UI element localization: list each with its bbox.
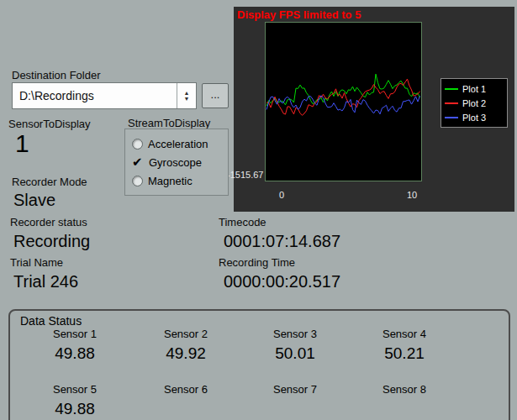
sensor-label: Sensor 6: [123, 383, 249, 396]
radio-label: Gyroscope: [149, 156, 202, 169]
destination-folder-value[interactable]: D:\Recordings: [13, 89, 177, 102]
recorder-mode-value: Slave: [13, 191, 55, 210]
y-axis-min-label: -1515.67: [227, 170, 262, 180]
radio-option-acceleration[interactable]: Acceleration: [132, 134, 228, 153]
sensor-cell: Sensor 8: [341, 383, 467, 400]
stream-to-display-label: StreamToDisplay: [128, 117, 210, 129]
plot1-line-icon: [445, 88, 458, 90]
data-status-group: Data Status Sensor 1 49.88 Sensor 2 49.9…: [8, 309, 510, 420]
recording-time-label: Recording Time: [219, 256, 295, 269]
sensor-cell: Sensor 4 50.21: [341, 328, 467, 363]
destination-folder-input[interactable]: D:\Recordings ▲▼: [12, 82, 197, 109]
legend-item[interactable]: Plot 2: [445, 96, 504, 110]
trial-name-label: Trial Name: [10, 256, 63, 269]
sensor-label: Sensor 5: [12, 383, 138, 396]
radio-icon[interactable]: [132, 176, 143, 186]
radio-checked-icon[interactable]: ✔: [132, 156, 144, 168]
sensor-label: Sensor 3: [232, 328, 358, 340]
trial-name-value: Trial 246: [13, 272, 78, 291]
legend-label: Plot 1: [462, 84, 486, 94]
recorder-status-label: Recorder status: [10, 216, 87, 228]
radio-option-magnetic[interactable]: Magnetic: [132, 171, 228, 190]
sensor-label: Sensor 8: [341, 383, 467, 396]
waveform-plot: [265, 22, 422, 181]
recording-time-value: 0000:00:20.517: [224, 272, 340, 291]
timecode-label: Timecode: [219, 216, 266, 228]
radio-icon[interactable]: [132, 139, 143, 150]
radio-option-gyroscope[interactable]: ✔ Gyroscope: [132, 153, 228, 171]
sensor-cell: Sensor 1 49.88: [12, 328, 138, 363]
legend-label: Plot 2: [462, 98, 486, 108]
sensor-value: 49.88: [12, 344, 138, 363]
sensor-to-display-value[interactable]: 1: [15, 129, 29, 158]
sensor-label: Sensor 7: [232, 383, 358, 396]
stream-to-display-group: Acceleration ✔ Gyroscope Magnetic: [124, 129, 229, 196]
timecode-value: 0001:07:14.687: [224, 232, 340, 251]
sensor-cell: Sensor 3 50.01: [232, 328, 358, 363]
legend-item[interactable]: Plot 3: [445, 110, 504, 124]
legend-label: Plot 3: [462, 113, 486, 123]
destination-folder-label: Destination Folder: [12, 69, 101, 81]
browse-button[interactable]: ...: [202, 83, 229, 108]
legend-item[interactable]: Plot 1: [445, 81, 504, 96]
sensor-value: 50.01: [232, 344, 358, 363]
x-axis-tick-10: 10: [407, 190, 417, 200]
sensor-cell: Sensor 5 49.88: [12, 383, 138, 418]
recorder-app-window: Display FPS limited to 5 -1515.67 0 10 P…: [0, 0, 517, 420]
waveform-lines-icon: [266, 23, 421, 181]
fps-warning-text: Display FPS limited to 5: [237, 8, 361, 21]
data-status-title: Data Status: [20, 314, 82, 328]
spinner-arrows-icon[interactable]: ▲▼: [177, 83, 196, 108]
radio-label: Magnetic: [148, 175, 193, 187]
plot-legend: Plot 1 Plot 2 Plot 3: [441, 78, 508, 128]
plot3-line-icon: [445, 117, 458, 118]
sensor-label: Sensor 2: [123, 328, 249, 340]
recorder-mode-label: Recorder Mode: [12, 176, 87, 188]
sensor-cell: Sensor 7: [232, 383, 358, 400]
sensor-label: Sensor 4: [341, 328, 467, 340]
sensor-value: 49.88: [12, 400, 138, 418]
sensor-to-display-label: SensorToDisplay: [8, 118, 91, 130]
sensor-value: 50.21: [341, 344, 467, 363]
recorder-status-value: Recording: [13, 232, 90, 251]
radio-label: Acceleration: [148, 138, 208, 150]
sensor-cell: Sensor 6: [123, 383, 249, 400]
chart-panel: Display FPS limited to 5 -1515.67 0 10 P…: [234, 7, 514, 212]
x-axis-tick-0: 0: [279, 190, 284, 200]
sensor-value: 49.92: [123, 344, 249, 363]
sensor-cell: Sensor 2 49.92: [123, 328, 249, 363]
plot2-line-icon: [445, 102, 458, 104]
sensor-label: Sensor 1: [12, 328, 138, 340]
